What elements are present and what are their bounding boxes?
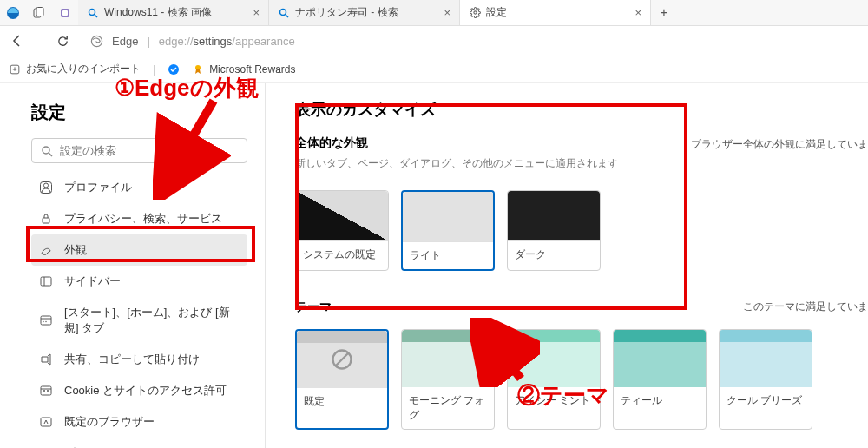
close-icon[interactable]: × xyxy=(635,6,641,19)
tab-label: Windows11 - 検索 画像 xyxy=(104,5,212,20)
sidebar-item-appearance[interactable]: 外観 xyxy=(31,234,247,266)
svg-rect-28 xyxy=(41,418,51,426)
sidebar-item-start[interactable]: [スタート]、[ホーム]、および [新規] タブ xyxy=(31,297,247,344)
theme-option-label: 既定 xyxy=(297,388,387,415)
new-tab-button[interactable]: + xyxy=(651,0,677,25)
workspaces-button[interactable] xyxy=(52,0,78,25)
theme-option[interactable]: クール ブリーズ xyxy=(719,329,812,430)
settings-heading: 設定 xyxy=(31,101,247,124)
theme-option[interactable]: アイシー ミント xyxy=(507,329,601,430)
theme-option-label: モーニング フォグ xyxy=(402,387,494,429)
sidebar-item-label: 共有、コピーして貼り付け xyxy=(64,352,200,367)
sidebar-item-label: [スタート]、[ホーム]、および [新規] タブ xyxy=(64,305,240,336)
sidebar-item-label: 既定のブラウザー xyxy=(64,414,155,430)
edge-logo-icon xyxy=(90,35,103,48)
sidebar-icon xyxy=(38,273,54,289)
start-icon xyxy=(38,313,54,328)
svg-rect-18 xyxy=(41,277,51,286)
cookie-icon xyxy=(38,383,54,399)
microsoft-rewards-link[interactable]: Microsoft Rewards xyxy=(192,63,295,76)
theme-option[interactable]: 既定 xyxy=(295,329,389,430)
svg-point-5 xyxy=(89,9,95,15)
settings-sidebar: 設定 プロファイルプライバシー、検索、サービス外観サイドバー[スタート]、[ホー… xyxy=(0,83,265,448)
theme-title: テーマ xyxy=(295,300,332,315)
tab-windows11[interactable]: Windows11 - 検索 画像 × xyxy=(78,0,269,25)
sidebar-item-label: サイドバー xyxy=(64,273,121,289)
svg-rect-20 xyxy=(41,316,51,325)
svg-rect-24 xyxy=(41,386,51,395)
forbidden-icon xyxy=(330,347,354,372)
svg-point-26 xyxy=(47,390,49,392)
appearance-option[interactable]: システムの既定 xyxy=(295,190,389,271)
appearance-option[interactable]: ダーク xyxy=(507,190,601,271)
appearance-option-label: ライト xyxy=(403,242,493,269)
favorites-bar: お気に入りのインポート | Microsoft Rewards xyxy=(0,56,868,83)
search-icon xyxy=(87,7,99,19)
appearance-option[interactable]: ライト xyxy=(401,190,495,271)
sidebar-item-lock[interactable]: プライバシー、検索、サービス xyxy=(31,203,247,234)
back-button[interactable] xyxy=(7,30,28,51)
sidebar-item-share[interactable]: 共有、コピーして貼り付け xyxy=(31,344,247,375)
sidebar-item-cookie[interactable]: Cookie とサイトのアクセス許可 xyxy=(31,375,247,406)
svg-point-22 xyxy=(43,321,43,322)
rewards-icon xyxy=(192,63,204,76)
address-bar: Edge | edge://settings/appearance xyxy=(0,26,868,56)
sidebar-item-label: プライバシー、検索、サービス xyxy=(64,211,222,227)
url-text: edge://settings/appearance xyxy=(159,35,295,48)
default-icon xyxy=(38,414,54,430)
page-title: 表示のカスタマイズ xyxy=(295,99,868,120)
svg-point-25 xyxy=(43,390,45,392)
close-icon[interactable]: × xyxy=(253,6,260,19)
fav-shortcut-1[interactable] xyxy=(168,63,180,76)
tab-label: 設定 xyxy=(486,5,507,20)
bookmark-icon xyxy=(168,63,180,76)
profile-icon xyxy=(38,180,54,195)
theme-option[interactable]: ティール xyxy=(613,329,707,430)
settings-search-input[interactable] xyxy=(60,144,238,157)
overall-appearance-note: ブラウザー全体の外観に満足していま xyxy=(691,135,868,152)
svg-rect-2 xyxy=(36,7,43,16)
appearance-option-label: ダーク xyxy=(508,241,600,268)
theme-note: このテーマに満足していま xyxy=(743,300,868,314)
overall-appearance-title: 全体的な外観 xyxy=(295,135,618,151)
sidebar-item-sidebar[interactable]: サイドバー xyxy=(31,266,247,297)
tab-strip: Windows11 - 検索 画像 × ナポリタン寿司 - 検索 × 設定 × … xyxy=(0,0,868,26)
svg-line-6 xyxy=(95,15,97,17)
theme-option-label: アイシー ミント xyxy=(508,387,600,414)
svg-line-8 xyxy=(286,15,288,17)
refresh-button[interactable] xyxy=(52,30,73,51)
theme-option[interactable]: モーニング フォグ xyxy=(401,329,495,430)
sidebar-item-label: プロファイル xyxy=(64,180,132,195)
close-icon[interactable]: × xyxy=(444,6,450,19)
sidebar-item-default[interactable]: 既定のブラウザー xyxy=(31,406,247,438)
svg-point-15 xyxy=(44,183,49,188)
tab-actions-button[interactable] xyxy=(26,0,52,25)
url-display[interactable]: Edge | edge://settings/appearance xyxy=(90,35,295,48)
tab-settings[interactable]: 設定 × xyxy=(460,0,651,25)
site-identity-label: Edge xyxy=(112,35,138,48)
tab-napolitan[interactable]: ナポリタン寿司 - 検索 × xyxy=(269,0,460,25)
svg-rect-17 xyxy=(43,218,49,223)
svg-rect-4 xyxy=(62,10,68,16)
svg-point-13 xyxy=(43,147,49,154)
settings-search[interactable] xyxy=(31,138,247,163)
import-favorites-button[interactable]: お気に入りのインポート xyxy=(9,62,141,76)
sidebar-item-label: Cookie とサイトのアクセス許可 xyxy=(64,383,227,399)
theme-option-label: クール ブリーズ xyxy=(720,387,812,414)
sidebar-item-profile[interactable]: プロファイル xyxy=(31,172,247,203)
app-icon xyxy=(0,0,26,25)
svg-point-7 xyxy=(280,9,286,15)
theme-option-label: ティール xyxy=(614,387,706,414)
lock-icon xyxy=(38,211,54,227)
svg-line-14 xyxy=(49,153,53,156)
appearance-icon xyxy=(38,242,54,258)
svg-point-23 xyxy=(45,321,46,322)
share-icon xyxy=(38,352,54,367)
appearance-options: システムの既定ライトダーク xyxy=(295,190,868,271)
svg-line-32 xyxy=(336,353,348,366)
sidebar-item-download[interactable]: ダウンロード xyxy=(31,438,247,448)
search-icon xyxy=(278,7,290,19)
overall-appearance-subtitle: 新しいタブ、ページ、ダイアログ、その他のメニューに適用されます xyxy=(295,156,618,171)
search-icon xyxy=(41,145,53,157)
settings-main: 表示のカスタマイズ 全体的な外観 新しいタブ、ページ、ダイアログ、その他のメニュ… xyxy=(266,83,868,448)
